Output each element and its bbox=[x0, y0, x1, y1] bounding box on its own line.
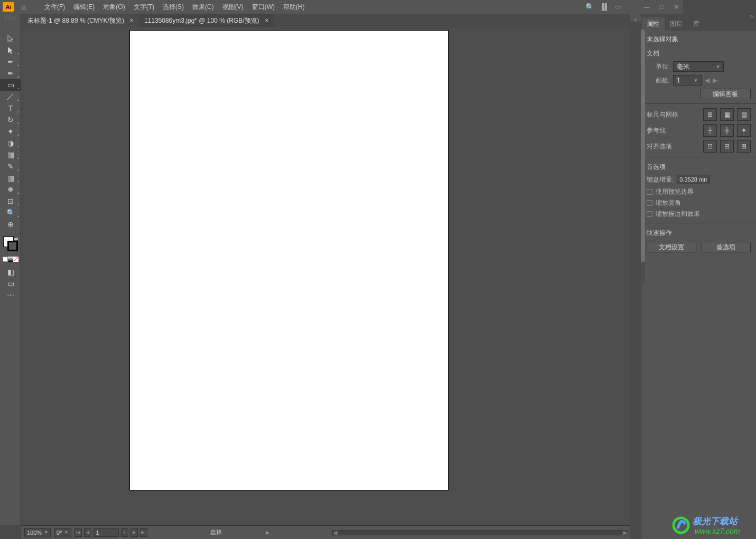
artboard[interactable] bbox=[130, 31, 448, 490]
snap-label: 对齐选项 bbox=[647, 142, 700, 151]
workspace-icon[interactable]: ▭ bbox=[615, 3, 621, 11]
menu-help[interactable]: 帮助(H) bbox=[279, 3, 309, 12]
maximize-icon[interactable]: □ bbox=[658, 4, 665, 10]
fill-stroke-swatch[interactable]: ⇄ bbox=[0, 235, 21, 254]
edit-artboard-button[interactable]: 编辑画板 bbox=[700, 89, 751, 99]
shape-builder-tool[interactable]: ▦ bbox=[0, 149, 21, 160]
symbol-tool[interactable]: ❅ bbox=[0, 184, 21, 195]
doc-tab-1[interactable]: 未标题-1 @ 88.89 % (CMYK/预览) ✕ bbox=[22, 14, 139, 27]
unit-select[interactable]: 毫米▼ bbox=[673, 61, 724, 72]
status-menu-icon[interactable]: ▶ bbox=[266, 530, 269, 535]
document-tabs: 未标题-1 @ 88.89 % (CMYK/预览) ✕ 11135086ym3.… bbox=[22, 14, 274, 27]
doc-tab-2-close-icon[interactable]: ✕ bbox=[265, 14, 269, 27]
transparency-grid-icon[interactable]: ▨ bbox=[737, 108, 751, 121]
direct-selection-tool[interactable] bbox=[0, 44, 21, 56]
chevron-down-icon: ▼ bbox=[694, 78, 698, 83]
arrange-icon[interactable]: ▌▌ bbox=[602, 3, 608, 11]
type-tool[interactable]: T bbox=[0, 102, 21, 114]
snap-point-icon[interactable]: ⊟ bbox=[720, 140, 734, 153]
preferences-button[interactable]: 首选项 bbox=[702, 242, 751, 252]
hand-tool[interactable]: ⊕ bbox=[0, 219, 21, 230]
toolbox-grip[interactable] bbox=[5, 16, 15, 20]
artboard-tool[interactable]: ⊡ bbox=[0, 195, 21, 207]
panel-tab-properties[interactable]: 属性 bbox=[641, 17, 665, 31]
panel-tab-libraries[interactable]: 库 bbox=[688, 17, 705, 31]
eyedropper-tool[interactable]: ✎ bbox=[0, 160, 21, 172]
draw-mode-tool[interactable]: ◧ bbox=[0, 266, 21, 278]
rotate-tool[interactable]: ↻ bbox=[0, 114, 21, 126]
artboard-next-icon[interactable]: ▶ bbox=[713, 77, 717, 84]
menu-object[interactable]: 对象(O) bbox=[99, 3, 129, 12]
guides-show-icon[interactable]: ┼ bbox=[703, 124, 717, 137]
swap-fill-stroke-icon[interactable]: ⇄ bbox=[14, 236, 18, 242]
panel-tabs: 属性 图层 库 bbox=[641, 17, 756, 31]
svg-marker-1 bbox=[8, 47, 13, 54]
panel-menu-icon[interactable]: » bbox=[750, 13, 753, 19]
width-tool[interactable]: ◑ bbox=[0, 137, 21, 149]
artboard-prev-nav-icon[interactable]: ◀ bbox=[84, 528, 91, 537]
color-mode-strip[interactable] bbox=[0, 257, 21, 263]
scale-strokes-checkbox[interactable]: 缩放描边和效果 bbox=[647, 210, 751, 219]
status-mode: 选择 bbox=[210, 529, 222, 535]
horizontal-scrollbar[interactable]: ◀ ▶ bbox=[332, 530, 628, 535]
artboard-last-icon[interactable]: ▶I bbox=[140, 528, 147, 537]
use-preview-bounds-checkbox[interactable]: 使用预览边界 bbox=[647, 187, 751, 196]
smart-guides-icon[interactable]: ✦ bbox=[737, 124, 751, 137]
canvas-area[interactable] bbox=[21, 27, 630, 525]
edit-toolbar[interactable]: ⋯ bbox=[0, 289, 21, 301]
panel-scrollbar-thumb[interactable] bbox=[641, 30, 645, 262]
right-panels: » 属性 图层 库 未选择对象 文档 单位: 毫米▼ 画板: 1▼ ◀ ▶ 编辑… bbox=[641, 14, 756, 539]
shaper-tool[interactable]: ✦ bbox=[0, 126, 21, 137]
artboard-dropdown-icon[interactable]: ▼ bbox=[121, 528, 128, 537]
curvature-tool[interactable]: ✒ bbox=[0, 68, 21, 79]
menu-file[interactable]: 文件(F) bbox=[40, 3, 69, 12]
artboard-first-icon[interactable]: I◀ bbox=[74, 528, 82, 537]
ruler-icon[interactable]: ⊞ bbox=[703, 108, 717, 121]
close-icon[interactable]: ✕ bbox=[673, 4, 680, 11]
artboard-label: 画板: bbox=[647, 76, 670, 85]
home-icon[interactable]: ⌂ bbox=[17, 3, 31, 11]
menu-select[interactable]: 选择(S) bbox=[158, 3, 188, 12]
zoom-value: 100% bbox=[27, 529, 42, 536]
menu-view[interactable]: 视图(V) bbox=[218, 3, 248, 12]
hscroll-left-icon[interactable]: ◀ bbox=[333, 531, 338, 535]
screen-mode-tool[interactable]: ▭ bbox=[0, 278, 21, 289]
selection-tool[interactable] bbox=[0, 33, 21, 44]
grid-icon[interactable]: ▦ bbox=[720, 108, 734, 121]
artboard-select[interactable]: 1▼ bbox=[673, 75, 702, 86]
zoom-select[interactable]: 100%▼ bbox=[24, 528, 51, 537]
panel-tab-layers[interactable]: 图层 bbox=[665, 17, 688, 31]
svg-marker-0 bbox=[8, 35, 13, 42]
search-icon[interactable]: 🔍 bbox=[585, 3, 594, 11]
menu-edit[interactable]: 编辑(E) bbox=[69, 3, 99, 12]
doc-tab-1-close-icon[interactable]: ✕ bbox=[129, 14, 134, 27]
gradient-tool[interactable]: ▥ bbox=[0, 172, 21, 184]
ai-logo: Ai bbox=[3, 2, 14, 12]
keyboard-increment-input[interactable] bbox=[677, 175, 710, 184]
artboard-next-nav-icon[interactable]: ▶ bbox=[130, 528, 138, 537]
panel-dock-toggle[interactable]: « bbox=[630, 14, 641, 22]
scale-corners-checkbox[interactable]: 缩放圆角 bbox=[647, 198, 751, 207]
minimize-icon[interactable]: — bbox=[643, 4, 650, 10]
panel-scrollbar[interactable] bbox=[641, 30, 645, 283]
menu-effect[interactable]: 效果(C) bbox=[188, 3, 218, 12]
document-setup-button[interactable]: 文档设置 bbox=[647, 242, 696, 252]
zoom-tool[interactable]: 🔍 bbox=[0, 207, 21, 219]
guides-lock-icon[interactable]: ╪ bbox=[720, 124, 734, 137]
doc-tab-1-label: 未标题-1 @ 88.89 % (CMYK/预览) bbox=[27, 14, 124, 27]
artboard-current[interactable]: 1 bbox=[94, 528, 119, 537]
brush-tool[interactable]: ／ bbox=[0, 91, 21, 102]
pen-tool[interactable]: ✒ bbox=[0, 56, 21, 68]
toolbox: ✒ ✒ ▭ ／ T ↻ ✦ ◑ ▦ ✎ ▥ ❅ ⊡ 🔍 ⊕ ⇄ ◧ ▭ ⋯ bbox=[0, 14, 21, 525]
stroke-swatch[interactable] bbox=[7, 241, 18, 251]
artboard-prev-icon[interactable]: ◀ bbox=[705, 77, 710, 84]
hscroll-right-icon[interactable]: ▶ bbox=[622, 531, 628, 535]
snap-grid-icon[interactable]: ⊞ bbox=[737, 140, 751, 153]
menu-window[interactable]: 窗口(W) bbox=[248, 3, 279, 12]
doc-tab-2[interactable]: 11135086ym3.jpg* @ 100 % (RGB/预览) ✕ bbox=[139, 14, 274, 27]
snap-pixel-icon[interactable]: ⊡ bbox=[703, 140, 717, 153]
preferences-section-title: 首选项 bbox=[647, 163, 751, 172]
rotate-select[interactable]: 0°▼ bbox=[54, 528, 71, 537]
menu-text[interactable]: 文字(T) bbox=[129, 3, 158, 12]
rectangle-tool[interactable]: ▭ bbox=[0, 79, 21, 91]
